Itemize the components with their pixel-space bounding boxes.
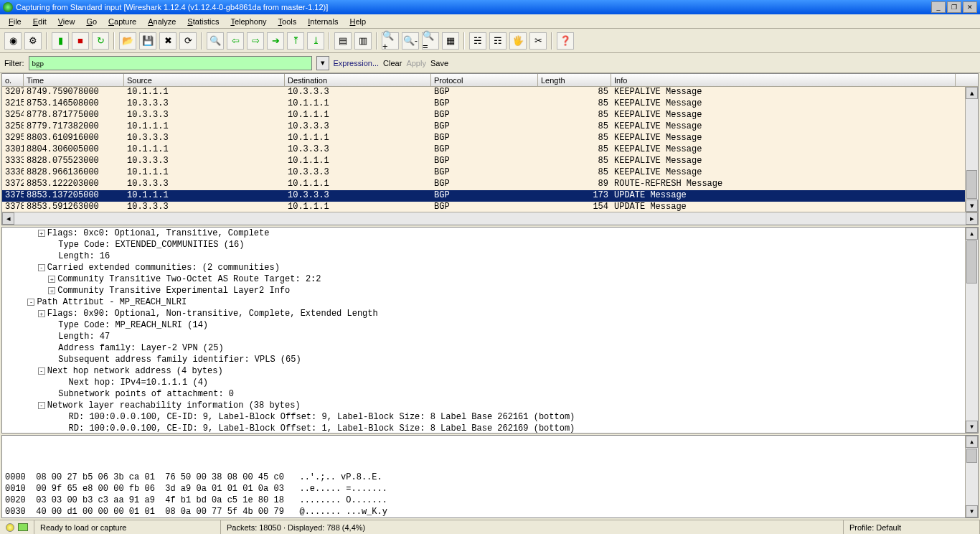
status-profile[interactable]: Profile: Default [844,520,980,534]
go-last-button[interactable]: ⤓ [307,32,324,50]
display-filters-button[interactable]: ☶ [489,32,507,50]
go-forward-button[interactable]: ⇨ [247,32,264,50]
apply-button[interactable]: Apply [406,59,426,67]
detail-line[interactable]: Subsequent address family identifier: VP… [2,354,978,365]
column-header[interactable]: Time [24,74,124,87]
table-row[interactable]: 33788853.59126300010.3.3.310.1.1.1BGP154… [2,202,978,212]
expression-button[interactable]: Expression... [334,59,380,67]
detail-line[interactable]: -Next hop network address (4 bytes) [2,365,978,377]
reload-button[interactable]: ⟳ [179,32,197,50]
column-header[interactable]: o. [2,74,24,87]
column-header[interactable]: Protocol [431,74,538,87]
table-row[interactable]: 33758853.13720500010.1.1.110.3.3.3BGP173… [2,190,978,202]
menu-view[interactable]: View [52,16,81,27]
collapse-icon[interactable]: - [27,299,34,306]
hex-line[interactable]: 0000 08 00 27 b5 06 3b ca 01 76 50 00 38… [5,472,975,483]
table-row[interactable]: 33368828.96613600010.1.1.110.3.3.3BGP85K… [2,167,978,179]
prefs-button[interactable]: ✂ [529,32,547,50]
scroll-left-icon[interactable]: ◂ [2,212,14,225]
detail-line[interactable]: -Path Attribut - MP_REACH_NLRI [2,296,978,308]
expand-icon[interactable]: + [38,310,45,317]
expert-info-icon[interactable] [6,523,14,532]
coloring-rules-button[interactable]: 🖐 [509,32,527,50]
detail-line[interactable]: -Carried extended communities: (2 commun… [2,262,978,273]
table-row[interactable]: 32078749.75907800010.1.1.110.3.3.3BGP85K… [2,87,978,98]
menu-help[interactable]: Help [344,16,372,27]
zoom-out-button[interactable]: 🔍- [402,32,419,50]
capture-info-icon[interactable] [18,523,28,531]
save-filter-button[interactable]: Save [430,59,448,67]
menu-tools[interactable]: Tools [273,16,303,27]
scroll-right-icon[interactable]: ▸ [966,212,978,225]
table-row[interactable]: 33338828.07552300010.3.3.310.1.1.1BGP85K… [2,156,978,167]
hex-line[interactable]: 0020 03 03 00 b3 c3 aa 91 a9 4f b1 bd 0a… [5,495,975,506]
filter-input[interactable] [29,56,312,70]
menu-statistics[interactable]: Statistics [182,16,225,27]
menu-analyze[interactable]: Analyze [142,16,182,27]
scroll-down-icon[interactable]: ▾ [966,200,978,212]
packet-list-hscroll[interactable]: ◂▸ [2,212,978,225]
save-button[interactable]: 💾 [139,32,156,50]
table-row[interactable]: 32958803.61091600010.3.3.310.1.1.1BGP85K… [2,133,978,144]
menu-edit[interactable]: Edit [27,16,52,27]
detail-line[interactable]: -Network layer reachability information … [2,400,978,411]
hex-line[interactable]: 0040 18 b6 ff ff ff ff ff ff ff ff ff ff… [5,517,975,518]
capture-filters-button[interactable]: ☵ [469,32,486,50]
detail-line[interactable]: Length: 16 [2,250,978,262]
collapse-icon[interactable]: - [38,264,45,271]
collapse-icon[interactable]: - [38,402,45,409]
detail-line[interactable]: +Community Transitive Two-Octet AS Route… [2,273,978,285]
packet-bytes-pane[interactable]: ▴▾ 0000 08 00 27 b5 06 3b ca 01 76 50 00… [1,435,979,518]
maximize-button[interactable]: ❐ [947,1,961,13]
menu-capture[interactable]: Capture [103,16,142,27]
table-row[interactable]: 33728853.12220300010.3.3.310.1.1.1BGP89R… [2,179,978,190]
table-row[interactable]: 32588779.71738200010.1.1.110.3.3.3BGP85K… [2,121,978,133]
close-button[interactable]: ✕ [963,1,977,13]
interfaces-button[interactable]: ◉ [4,32,22,50]
column-header[interactable]: Destination [285,74,431,87]
close-file-button[interactable]: ✖ [159,32,176,50]
zoom-in-button[interactable]: 🔍+ [382,32,399,50]
expand-icon[interactable]: + [48,287,55,294]
menu-internals[interactable]: Internals [302,16,344,27]
table-row[interactable]: 32548778.87177500010.3.3.310.1.1.1BGP85K… [2,110,978,121]
column-header[interactable]: Length [538,74,611,87]
column-header[interactable]: Source [124,74,285,87]
detail-line[interactable]: Subnetwork points of attachment: 0 [2,388,978,400]
hex-vscroll[interactable]: ▴▾ [965,436,978,517]
menu-file[interactable]: File [3,16,27,27]
stop-capture-button[interactable]: ■ [72,32,89,50]
menu-telephony[interactable]: Telephony [225,16,272,27]
column-header[interactable]: Info [611,74,956,87]
start-capture-button[interactable]: ▮ [52,32,69,50]
menu-go[interactable]: Go [80,16,103,27]
help-button[interactable]: ❓ [557,32,574,50]
hex-line[interactable]: 0010 00 9f 65 e8 00 00 fb 06 3d a9 0a 01… [5,483,975,495]
open-button[interactable]: 📂 [119,32,136,50]
detail-line[interactable]: RD: 100:0.0.0.100, CE-ID: 9, Label-Block… [2,411,978,423]
details-vscroll[interactable]: ▴▾ [965,228,978,433]
restart-capture-button[interactable]: ↻ [92,32,109,50]
detail-line[interactable]: +Flags: 0x90: Optional, Non-transitive, … [2,308,978,319]
clear-button[interactable]: Clear [383,59,402,67]
packet-list-header[interactable]: o.TimeSourceDestinationProtocolLengthInf… [2,74,978,87]
detail-line[interactable]: +Flags: 0xc0: Optional, Transitive, Comp… [2,228,978,239]
detail-line[interactable]: Next hop: IPv4=10.1.1.1 (4) [2,377,978,388]
resize-cols-button[interactable]: ▦ [442,32,459,50]
detail-line[interactable]: RD: 100:0.0.0.100, CE-ID: 9, Label-Block… [2,423,978,434]
find-button[interactable]: 🔍 [207,32,224,50]
detail-line[interactable]: +Community Transitive Experimental Layer… [2,285,978,296]
packet-list-rows[interactable]: 32078749.75907800010.1.1.110.3.3.3BGP85K… [2,87,978,212]
detail-line[interactable]: Length: 47 [2,331,978,342]
go-back-button[interactable]: ⇦ [227,32,244,50]
detail-line[interactable]: Type Code: EXTENDED_COMMUNITIES (16) [2,239,978,250]
colorize-button[interactable]: ▤ [334,32,352,50]
expand-icon[interactable]: + [48,276,55,283]
detail-line[interactable]: Address family: Layer-2 VPN (25) [2,342,978,354]
minimize-button[interactable]: _ [931,1,946,13]
table-row[interactable]: 33018804.30600500010.1.1.110.3.3.3BGP85K… [2,144,978,156]
table-row[interactable]: 32158753.14650800010.3.3.310.1.1.1BGP85K… [2,98,978,110]
packet-list-vscroll[interactable]: ▴ ▾ [965,87,978,212]
filter-dropdown-button[interactable]: ▾ [316,56,329,70]
hex-line[interactable]: 0030 40 00 d1 00 00 00 01 01 08 0a 00 77… [5,506,975,517]
